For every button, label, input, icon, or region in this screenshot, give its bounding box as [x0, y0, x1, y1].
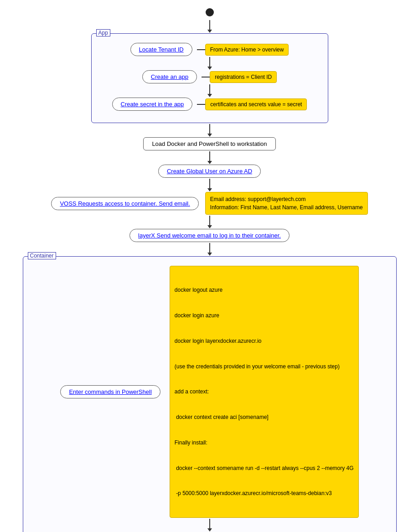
- flow-column: App Locate Tenant ID From Azure: Home > …: [0, 5, 419, 532]
- note-voss: Email address: support@layertech.com Inf…: [205, 192, 368, 215]
- create-global-label[interactable]: Create Global User on Azure AD: [167, 168, 252, 175]
- create-secret-label[interactable]: Create secret in the app: [121, 101, 184, 108]
- container-box: Container Enter commands in PowerShell d…: [23, 256, 397, 532]
- note-create-app: registrations = Client ID: [210, 71, 277, 83]
- create-app-label[interactable]: Create an app: [151, 73, 188, 80]
- ps-line9: -p 5000:5000 layerxdocker.azurecr.io/mic…: [175, 489, 354, 498]
- layerx-welcome-label[interactable]: layerX Send welcome email to log in to t…: [138, 232, 281, 239]
- enter-commands-node: Enter commands in PowerShell: [60, 385, 160, 398]
- voss-row: VOSS Requests access to container. Send …: [0, 192, 419, 215]
- note-voss-line2: Information: First Name, Last Name, Emai…: [210, 203, 363, 212]
- note-locate-tenant: From Azure: Home > overview: [205, 44, 289, 56]
- voss-node: VOSS Requests access to container. Send …: [51, 197, 198, 210]
- arrow-container-1: [209, 519, 210, 529]
- create-secret-node: Create secret in the app: [112, 98, 193, 111]
- create-app-row: Create an app registrations = Client ID: [101, 70, 319, 83]
- create-global-row: Create Global User on Azure AD: [0, 165, 419, 178]
- ps-line2: docker login azure: [175, 311, 354, 320]
- arrow-6: [209, 243, 210, 253]
- arrow-5: [209, 216, 210, 226]
- enter-commands-row: Enter commands in PowerShell docker logo…: [32, 266, 387, 518]
- load-docker-node: Load Docker and PowerShell to workstatio…: [143, 137, 275, 150]
- load-docker-row: Load Docker and PowerShell to workstatio…: [0, 137, 419, 150]
- ps-line1: docker logout azure: [175, 286, 354, 294]
- ps-line4: (use the credentials provided in your we…: [175, 362, 354, 371]
- arrow-4: [209, 179, 210, 189]
- container-box-label: Container: [28, 252, 56, 259]
- note-arrow-3: [197, 104, 205, 105]
- app-box: App Locate Tenant ID From Azure: Home > …: [91, 33, 328, 123]
- ps-line5: add a context:: [175, 387, 354, 396]
- locate-tenant-row: Locate Tenant ID From Azure: Home > over…: [101, 43, 319, 56]
- note-arrow-1: [197, 49, 205, 50]
- arrow-2: [209, 124, 210, 134]
- create-global-node: Create Global User on Azure AD: [158, 165, 261, 178]
- arrow-1: [209, 20, 210, 30]
- layerx-welcome-node: layerX Send welcome email to log in to t…: [129, 229, 290, 242]
- enter-commands-label[interactable]: Enter commands in PowerShell: [69, 388, 151, 395]
- ps-line3: docker login layerxdocker.azurecr.io: [175, 337, 354, 346]
- note-voss-line1: Email address: support@layertech.com: [210, 195, 363, 203]
- arrow-app-2: [209, 84, 210, 94]
- layerx-welcome-row: layerX Send welcome email to log in to t…: [0, 229, 419, 242]
- voss-label[interactable]: VOSS Requests access to container. Send …: [60, 200, 190, 207]
- arrow-app-1: [209, 57, 210, 67]
- create-app-node: Create an app: [142, 70, 197, 83]
- start-circle: [206, 8, 214, 16]
- app-box-label: App: [96, 29, 110, 36]
- note-powershell: docker logout azure docker login azure d…: [170, 266, 359, 518]
- arrow-3: [209, 151, 210, 161]
- diagram-container: App Locate Tenant ID From Azure: Home > …: [0, 0, 419, 532]
- create-secret-row: Create secret in the app certificates an…: [101, 98, 319, 111]
- locate-tenant-label[interactable]: Locate Tenant ID: [139, 46, 184, 53]
- ps-line7: Finally install:: [175, 439, 354, 447]
- locate-tenant-node: Locate Tenant ID: [130, 43, 192, 56]
- ps-line6: docker context create aci [somename]: [175, 413, 354, 422]
- note-create-secret: certificates and secrets value = secret: [205, 98, 307, 110]
- note-arrow-2: [202, 77, 210, 77]
- ps-line8: docker --context somename run -d --resta…: [175, 464, 354, 473]
